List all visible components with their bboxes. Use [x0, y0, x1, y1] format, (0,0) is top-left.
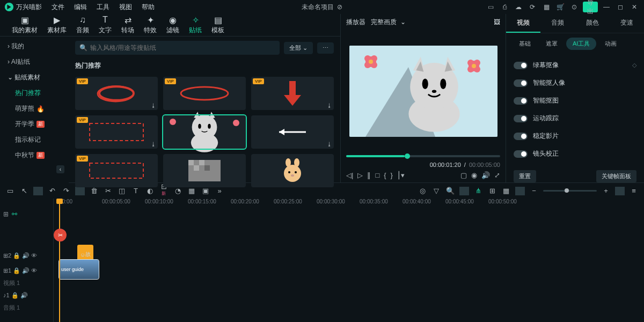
marker-icon[interactable]: ▽	[431, 187, 441, 195]
redo-icon[interactable]: ↷	[61, 187, 71, 195]
menu-help[interactable]: 帮助	[137, 1, 159, 13]
audio-track-header[interactable]: ♪1 🔒 🔊	[0, 288, 53, 303]
more-icon[interactable]: ⋯	[317, 42, 334, 54]
tab-fx[interactable]: ✦特效	[142, 15, 159, 35]
grid-icon[interactable]: ▦	[501, 187, 511, 195]
prev-frame-icon[interactable]: ◁|	[346, 171, 353, 179]
download-icon[interactable]: ⭳	[327, 103, 332, 108]
sticker-thumb[interactable]	[251, 154, 334, 187]
text-tool-icon[interactable]: T	[131, 187, 141, 195]
split-dropdown-icon[interactable]: ⎮▾	[397, 171, 405, 179]
stop-icon[interactable]: □	[375, 171, 379, 179]
video-track-header[interactable]: ⊞1 🔒 🔊 👁	[0, 263, 53, 278]
preview-viewport[interactable]	[349, 46, 497, 137]
sidebar-sub-markers[interactable]: 指示标记	[0, 132, 69, 148]
close-icon[interactable]: ✕	[629, 2, 640, 12]
cursor-tool-icon[interactable]: ↖	[19, 187, 29, 195]
volume-icon[interactable]: 🔊	[481, 171, 490, 179]
cut-button[interactable]: ✂	[54, 229, 67, 241]
tab-sticker[interactable]: ✧贴纸	[187, 15, 204, 35]
tab-template[interactable]: ▤模板	[209, 15, 226, 35]
toggle-smart-cutout[interactable]: 智能抠图	[514, 92, 636, 109]
tab-speed[interactable]: 变速	[610, 14, 644, 33]
paint-icon[interactable]: ▦	[187, 187, 196, 195]
sticker-thumb[interactable]: VIP	[163, 77, 246, 110]
magnet-tool-icon[interactable]: ⋔	[473, 187, 483, 195]
toggle-stabilize[interactable]: 稳定影片	[514, 127, 636, 145]
toggle-smart-portrait[interactable]: 智能抠人像	[514, 74, 636, 92]
menu-file[interactable]: 文件	[47, 1, 69, 13]
toggle-motion-track[interactable]: 运动跟踪	[514, 109, 636, 127]
save-icon[interactable]: ⎙	[499, 2, 510, 12]
toggle-greenscreen[interactable]: 绿幕抠像◇	[514, 56, 636, 74]
search-input[interactable]	[75, 41, 280, 55]
download-icon[interactable]: ⭳	[327, 141, 332, 147]
mark-in-icon[interactable]: {	[384, 171, 386, 179]
sidebar-item-mine[interactable]: › 我的	[0, 39, 69, 54]
track-dup-icon[interactable]: ⊞	[3, 210, 9, 216]
display-icon[interactable]: ▢	[460, 171, 467, 179]
sync-icon[interactable]: ⟳	[527, 2, 538, 12]
tab-audio[interactable]: ♫音频	[74, 15, 91, 35]
download-icon[interactable]: ⭳	[151, 103, 156, 108]
more-tools-icon[interactable]: »	[215, 187, 224, 195]
tab-color[interactable]: 颜色	[575, 14, 610, 33]
mirror-icon[interactable]: ◐	[145, 187, 155, 195]
menu-tool[interactable]: 工具	[92, 1, 114, 13]
sidebar-sub-bear[interactable]: 萌芽熊🔥	[0, 101, 69, 116]
speed-icon[interactable]: ◔	[173, 187, 182, 195]
sidebar-sub-hot[interactable]: 热门推荐	[0, 85, 69, 101]
tab-video[interactable]: 视频	[506, 14, 540, 33]
delete-icon[interactable]: 🗑	[89, 187, 99, 195]
filter-all-dropdown[interactable]: 全部 ⌄	[284, 42, 313, 54]
toggle-lens-correct[interactable]: 镜头校正	[514, 145, 636, 163]
layout-toggle-icon[interactable]: ≡	[629, 187, 639, 195]
subtab-ai[interactable]: AI工具	[566, 38, 596, 50]
timeline-canvas[interactable]: 00:0000:00:05:0000:00:10:0000:00:15:0000…	[54, 199, 644, 322]
select-tool-icon[interactable]: ▭	[5, 187, 15, 195]
collapse-icon[interactable]: ‹	[56, 165, 64, 173]
keyframe-panel-button[interactable]: 关键帧面板	[596, 170, 636, 182]
zoom-out-icon[interactable]: −	[529, 187, 539, 195]
cloud-icon[interactable]: ☁	[513, 2, 524, 12]
sidebar-sub-moon[interactable]: 中秋节新	[0, 148, 69, 163]
video-clip[interactable]: user guide	[59, 260, 99, 279]
tab-audio[interactable]: 音频	[540, 14, 575, 33]
find-icon[interactable]: 🔍	[445, 187, 455, 195]
sticker-thumb[interactable]	[163, 154, 246, 187]
menu-view[interactable]: 视图	[115, 1, 136, 13]
sidebar-item-ai[interactable]: › AI贴纸	[0, 54, 69, 70]
sidebar-item-stickers[interactable]: ⌄ 贴纸素材	[0, 70, 69, 85]
camera-icon[interactable]: ◉	[471, 171, 477, 179]
download-icon[interactable]: ⭳	[151, 141, 156, 147]
sidebar-sub-school[interactable]: 开学季新	[0, 116, 69, 132]
sticker-thumb[interactable]: VIP ⭳	[75, 115, 158, 149]
record-icon[interactable]: ▣	[201, 187, 210, 195]
sticker-thumb[interactable]: VIP ⭳	[75, 77, 158, 110]
sticker-thumb[interactable]: ⭳	[251, 115, 334, 149]
play-icon[interactable]: ▷	[357, 171, 363, 179]
sticker-track-header[interactable]: ⊞2 🔒 🔊 👁	[0, 248, 53, 263]
undo-icon[interactable]: ↶	[47, 187, 57, 195]
maximize-icon[interactable]: ◻	[615, 2, 626, 12]
sticker-thumb[interactable]: VIP	[75, 154, 158, 187]
cart-icon[interactable]: 🛒	[555, 2, 566, 12]
reset-button[interactable]: 重置	[514, 170, 536, 182]
bell-icon[interactable]: ⊙	[569, 2, 580, 12]
zoom-in-icon[interactable]: +	[601, 187, 611, 195]
tab-stock[interactable]: ▶素材库	[45, 15, 69, 35]
scissor-icon[interactable]: ✂	[103, 187, 113, 195]
fullscreen-icon[interactable]: ⤢	[494, 171, 500, 179]
playhead[interactable]: ✂	[59, 199, 60, 322]
pause-icon[interactable]: ‖	[367, 171, 371, 179]
mark-out-icon[interactable]: }	[391, 171, 393, 179]
sticker-thumb[interactable]: VIP ⭳	[251, 77, 334, 110]
subtab-anim[interactable]: 动画	[598, 38, 623, 50]
menu-edit[interactable]: 编辑	[70, 1, 91, 13]
tab-filter[interactable]: ◉滤镜	[164, 15, 181, 35]
tab-transition[interactable]: ⇄转场	[119, 15, 136, 35]
snapshot-icon[interactable]: 🖼	[494, 18, 500, 26]
seek-slider[interactable]	[346, 155, 500, 157]
crop-icon[interactable]: ◫	[117, 187, 127, 195]
track-link-icon[interactable]: ⚯	[12, 210, 17, 216]
